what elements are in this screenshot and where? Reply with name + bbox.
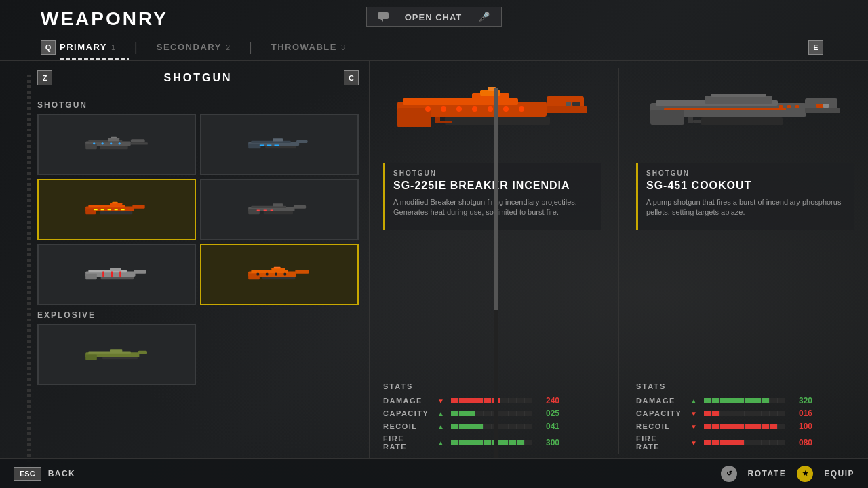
tab-secondary-number: 2 [226, 43, 230, 52]
svg-rect-40 [273, 203, 283, 206]
stat-row-capacity-right: CAPACITY ▼ [636, 409, 854, 418]
tab-key-q: Q [41, 40, 56, 55]
weapon-desc-right: A pump shotgun that fires a burst of inc… [646, 197, 846, 218]
svg-rect-31 [101, 209, 104, 210]
svg-rect-42 [264, 209, 267, 211]
stat-row-recoil-left: RECOIL ▲ [383, 422, 601, 431]
weapon-name-right: SG-451 COOKOUT [646, 180, 846, 192]
tab-primary[interactable]: PRIMARY 1 [60, 34, 129, 60]
svg-point-61 [266, 272, 269, 275]
tab-throwable[interactable]: THROWABLE 3 [258, 34, 359, 60]
weapon-preview-left [383, 68, 601, 156]
stat-value-firerate-left: 300 [538, 438, 559, 447]
stat-arrow-recoil-up: ▲ [436, 423, 446, 430]
svg-rect-49 [102, 271, 104, 277]
svg-rect-48 [101, 277, 134, 279]
stat-arrow-damage-up-r: ▲ [689, 397, 698, 405]
stat-value-damage-left: 240 [538, 396, 559, 405]
svg-point-82 [441, 106, 446, 112]
svg-rect-0 [378, 12, 389, 19]
stat-value-capacity-right: 016 [791, 409, 812, 418]
weapon-info-right: SHOTGUN SG-451 COOKOUT A pump shotgun th… [636, 163, 854, 230]
weapon-card-sg1[interactable] [37, 114, 196, 175]
svg-rect-38 [294, 205, 306, 208]
svg-rect-33 [115, 209, 118, 210]
tab-secondary[interactable]: SECONDARY 2 [143, 34, 243, 60]
equip-label: EQUIP [824, 469, 854, 479]
stat-row-recoil-right: RECOIL ▼ [636, 422, 854, 431]
weapon-card-sg2[interactable] [200, 114, 359, 175]
svg-rect-43 [271, 209, 273, 211]
stat-value-recoil-left: 041 [538, 422, 559, 431]
stat-name-recoil: RECOIL [383, 422, 431, 430]
weapon-detail-left: SHOTGUN SG-225IE BREAKER INCENDIA A modi… [383, 68, 601, 454]
weapon-info-left: SHOTGUN SG-225IE BREAKER INCENDIA A modi… [383, 163, 601, 230]
tab-primary-label: PRIMARY [60, 42, 107, 52]
svg-rect-74 [547, 106, 587, 113]
weapon-card-sg5[interactable] [37, 244, 196, 305]
section-label-shotgun: SHOTGUN [37, 100, 359, 110]
weapon-name-left: SG-225IE BREAKER INCENDIA [393, 180, 593, 192]
stat-value-firerate-right: 080 [791, 438, 812, 447]
back-label: BACK [48, 469, 76, 479]
chat-icon [378, 12, 389, 22]
svg-rect-102 [701, 117, 783, 125]
svg-rect-39 [264, 211, 293, 214]
svg-rect-56 [295, 270, 309, 274]
weapon-card-sg4[interactable] [200, 179, 359, 240]
svg-point-81 [425, 106, 431, 112]
stat-value-recoil-right: 100 [791, 422, 812, 431]
stat-arrow-damage-down: ▼ [436, 397, 446, 405]
svg-rect-67 [138, 350, 147, 354]
svg-rect-22 [275, 144, 279, 146]
category-next-button[interactable]: C [344, 70, 359, 85]
rotate-label: ROTATE [748, 469, 787, 479]
tab-throwable-number: 3 [341, 43, 345, 52]
svg-rect-47 [134, 270, 146, 274]
svg-point-86 [503, 106, 509, 112]
stat-arrow-recoil-down-r: ▼ [689, 423, 698, 430]
svg-rect-59 [274, 266, 281, 268]
tab-separator-2: | [249, 40, 252, 54]
stat-value-damage-right: 320 [791, 396, 812, 405]
svg-rect-88 [435, 117, 440, 123]
svg-rect-52 [110, 268, 121, 270]
tab-secondary-label: SECONDARY [157, 42, 222, 52]
svg-rect-50 [111, 271, 113, 277]
svg-rect-7 [100, 146, 128, 149]
svg-rect-66 [85, 354, 97, 360]
stat-arrow-capacity-up: ▲ [436, 410, 446, 418]
weapon-card-sg3-selected[interactable] [37, 179, 196, 240]
svg-point-83 [456, 106, 462, 112]
svg-rect-105 [795, 105, 799, 108]
svg-point-85 [488, 106, 493, 112]
stat-arrow-firerate-up: ▲ [436, 439, 446, 447]
weapon-card-sg6-selected[interactable] [200, 244, 359, 305]
svg-rect-99 [664, 108, 786, 110]
svg-rect-16 [248, 143, 260, 148]
svg-rect-51 [119, 271, 121, 277]
stat-row-damage-right: DAMAGE ▲ [636, 396, 854, 405]
svg-rect-17 [296, 140, 308, 142]
svg-point-12 [110, 142, 112, 144]
open-chat-button[interactable]: OPEN CHAT 🎤 [366, 7, 502, 27]
stat-name-capacity-r: CAPACITY [636, 409, 684, 418]
svg-rect-21 [267, 144, 272, 146]
stats-label-right: STATS [636, 382, 854, 390]
svg-rect-57 [262, 277, 295, 279]
stat-row-capacity-left: CAPACITY ▲ [383, 409, 601, 418]
svg-marker-1 [380, 19, 383, 22]
svg-rect-27 [100, 211, 132, 214]
svg-point-62 [275, 272, 277, 275]
svg-rect-92 [650, 110, 684, 125]
svg-rect-68 [102, 357, 138, 359]
stat-name-damage: DAMAGE [383, 396, 431, 405]
svg-rect-103 [779, 105, 783, 108]
category-prev-button[interactable]: Z [37, 70, 52, 85]
stat-name-damage-r: DAMAGE [636, 396, 684, 405]
svg-rect-98 [823, 104, 829, 108]
svg-rect-89 [440, 121, 452, 123]
scroll-indicator[interactable] [494, 88, 498, 458]
weapon-card-ex1[interactable] [37, 324, 196, 385]
stat-arrow-firerate-down-r: ▼ [689, 439, 698, 447]
